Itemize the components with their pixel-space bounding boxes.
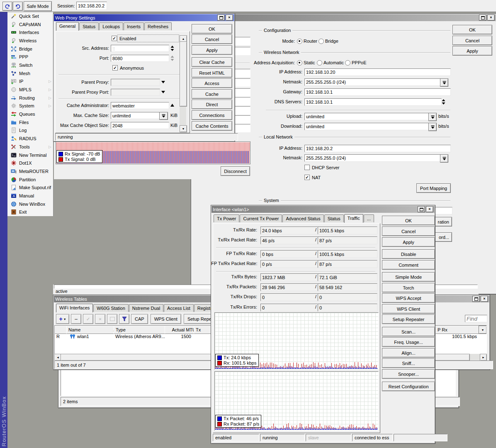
netmask-dropdown-button[interactable]: [440, 78, 448, 87]
port-input[interactable]: 8080: [111, 55, 169, 62]
sidebar-item-manual[interactable]: Manual: [7, 192, 53, 200]
combo-arrow-icon[interactable]: [161, 81, 165, 83]
sidebar-item-metarouter[interactable]: MetaROUTER: [7, 167, 53, 175]
sidebar-item-files[interactable]: Files: [7, 118, 53, 127]
wan-netmask-input[interactable]: 255.255.255.0 (/24): [304, 78, 443, 86]
button[interactable]: Direct: [192, 100, 232, 109]
close-button[interactable]: ×: [487, 15, 495, 21]
sidebar-item-new-terminal[interactable]: New Terminal: [7, 151, 53, 159]
wps-client-button[interactable]: WPS Client: [151, 314, 181, 324]
sidebar-item-partition[interactable]: Partition: [7, 175, 53, 184]
wan-ip-input[interactable]: 192.168.10.20: [304, 68, 451, 76]
download-dropdown-button[interactable]: [428, 123, 437, 131]
button[interactable]: OK: [192, 24, 232, 34]
sidebar-item-quick-set[interactable]: Quick Set: [7, 12, 53, 20]
button[interactable]: Simple Mode: [382, 272, 435, 282]
tab[interactable]: Inserts: [124, 22, 144, 30]
dns-input[interactable]: 192.168.10.1: [304, 98, 442, 106]
button[interactable]: Cache Contents: [192, 121, 232, 131]
sidebar-item-ppp[interactable]: PPP: [7, 53, 53, 61]
lan-netmask-dropdown-button[interactable]: [440, 154, 448, 163]
button[interactable]: Setup Repeater: [382, 314, 435, 324]
parent-proxy-port-combo[interactable]: [111, 89, 160, 96]
scroll-down-button[interactable]: ▼: [180, 125, 187, 132]
cache-administrator-input[interactable]: webmaster: [111, 102, 169, 109]
port-mapping-button[interactable]: Port Mapping: [416, 183, 451, 193]
tab[interactable]: Status: [324, 214, 344, 222]
button[interactable]: Comment: [382, 260, 435, 270]
up-arrow-icon[interactable]: [170, 104, 174, 107]
filter-button[interactable]: [119, 314, 129, 324]
button[interactable]: Apply: [192, 45, 232, 55]
button[interactable]: OK: [382, 216, 435, 225]
sidebar-item-mesh[interactable]: Mesh: [7, 69, 53, 78]
button[interactable]: Apply: [382, 237, 435, 247]
upload-dropdown-button[interactable]: [428, 113, 437, 121]
redo-button[interactable]: [13, 2, 23, 11]
parent-proxy-combo[interactable]: [111, 79, 160, 86]
button[interactable]: Sniff...: [382, 358, 435, 368]
tab[interactable]: WiFi Interfaces: [56, 304, 93, 312]
sidebar-item-wireless[interactable]: Wireless: [7, 37, 53, 45]
undo-button[interactable]: [2, 2, 12, 11]
column-options-button[interactable]: ▼: [479, 326, 487, 334]
maximize-button[interactable]: [217, 15, 225, 21]
tab[interactable]: Tx Power: [214, 214, 239, 222]
safe-mode-button[interactable]: Safe Mode: [24, 1, 52, 11]
button[interactable]: Cache: [192, 89, 232, 99]
enabled-checkbox[interactable]: ✓: [112, 36, 117, 41]
tab[interactable]: Access List: [164, 304, 194, 312]
add-button[interactable]: +▼: [56, 314, 69, 324]
tab[interactable]: General: [56, 22, 79, 31]
mode-bridge-radio[interactable]: [319, 39, 324, 44]
updown-spinner-icon[interactable]: [170, 56, 174, 61]
sidebar-item-capsman[interactable]: CAPsMAN: [7, 20, 53, 29]
tab[interactable]: Current Tx Power: [240, 214, 282, 222]
button[interactable]: Reset Configuration: [382, 382, 435, 391]
tab[interactable]: Lookups: [99, 22, 123, 30]
button[interactable]: Align...: [382, 348, 435, 358]
sidebar-item-bridge[interactable]: Bridge: [7, 45, 53, 53]
button[interactable]: Freq. Usage...: [382, 337, 435, 347]
sidebar-item-tools[interactable]: Tools▷: [7, 143, 53, 151]
button[interactable]: Connections: [192, 110, 232, 120]
download-input[interactable]: unlimited: [304, 123, 431, 130]
button[interactable]: Reset HTML: [192, 68, 232, 78]
updown-spinner-icon[interactable]: [442, 99, 445, 105]
sidebar-item-ip[interactable]: IP▷: [7, 78, 53, 86]
column-header-name[interactable]: Name△: [66, 326, 118, 334]
dhcp-server-checkbox[interactable]: [304, 165, 310, 170]
tab[interactable]: Status: [79, 22, 99, 30]
maximize-button[interactable]: [479, 15, 486, 21]
sidebar-item-routing[interactable]: Routing▷: [7, 94, 53, 102]
button[interactable]: Cancel: [452, 36, 492, 45]
tab[interactable]: Traffic: [344, 214, 363, 223]
session-value[interactable]: 192.168.20.2: [76, 2, 107, 10]
button[interactable]: Cancel: [382, 226, 435, 236]
tab[interactable]: ...: [364, 214, 374, 222]
tab[interactable]: Advanced Status: [282, 214, 323, 222]
column-header-mtu[interactable]: Actual MTU: [165, 326, 198, 334]
button[interactable]: WPS Accept: [382, 293, 435, 303]
sidebar-item-mpls[interactable]: MPLS▷: [7, 85, 53, 94]
tab[interactable]: Nstreme Dual: [129, 304, 163, 312]
src-address-input[interactable]: ::: [111, 45, 169, 52]
sidebar-item-new-winbox[interactable]: New WinBox: [7, 200, 53, 208]
column-header-prx[interactable]: P Rx: [435, 326, 483, 334]
cap-button[interactable]: CAP: [131, 314, 148, 324]
close-button[interactable]: ×: [481, 296, 488, 302]
sidebar-item-interfaces[interactable]: Interfaces: [7, 28, 53, 37]
max-cache-size-input[interactable]: unlimited: [111, 112, 160, 119]
lan-netmask-input[interactable]: 255.255.255.0 (/24): [304, 154, 443, 162]
close-button[interactable]: ×: [226, 15, 233, 21]
acq-pppoe-radio[interactable]: [345, 60, 350, 66]
button[interactable]: OK: [452, 25, 492, 34]
scrollbar-thumb[interactable]: [180, 41, 187, 107]
button[interactable]: Clear Cache: [192, 57, 232, 67]
button[interactable]: Snooper...: [382, 369, 435, 379]
max-cache-object-input[interactable]: 2048: [111, 122, 169, 129]
upload-input[interactable]: unlimited: [304, 113, 431, 120]
sidebar-item-radius[interactable]: RADIUS: [7, 134, 53, 143]
sidebar-item-system[interactable]: System▷: [7, 102, 53, 110]
sidebar-item-make-supout[interactable]: Make Supout.rif: [7, 183, 53, 192]
